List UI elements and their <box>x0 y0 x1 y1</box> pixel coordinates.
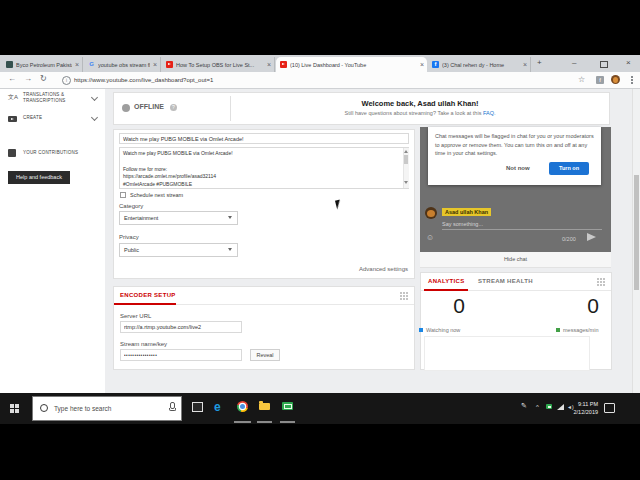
start-button-icon[interactable] <box>10 404 19 413</box>
tab-close-icon[interactable]: × <box>72 61 82 68</box>
advanced-settings-link[interactable]: Advanced settings <box>300 266 408 272</box>
analytics-chart-area <box>424 336 590 371</box>
tab-live-dashboard-active[interactable]: (10) Live Dashboard - YouTube × <box>276 57 427 72</box>
bookmark-star-icon[interactable]: ☆ <box>578 75 585 84</box>
tray-app-icon[interactable] <box>546 404 552 409</box>
encoder-setup-tab[interactable]: ENCODER SETUP <box>120 292 176 298</box>
category-label: Category <box>119 203 143 209</box>
youtube-favicon <box>280 61 287 68</box>
welcome-title: Welcome back, Asad ullah Khan! <box>230 99 610 108</box>
screen: Byco Petroleum Pakistan Limi... × G yout… <box>0 0 640 480</box>
task-view-icon[interactable] <box>192 402 203 412</box>
description-scroll-thumb[interactable] <box>404 155 408 164</box>
turn-on-button[interactable]: Turn on <box>549 162 589 175</box>
stream-description-textarea[interactable]: Watch me play PUBG MOBILE via Omlet Arca… <box>119 147 409 189</box>
tab-obs-search[interactable]: G youtube obs stream fb page × <box>84 57 161 72</box>
hide-chat-bar[interactable]: Hide chat <box>420 252 611 268</box>
server-url-label: Server URL <box>120 313 151 319</box>
schedule-checkbox[interactable] <box>120 192 126 198</box>
scroll-up-icon[interactable] <box>404 150 408 153</box>
drag-handle-icon[interactable] <box>597 278 599 280</box>
tab-close-icon[interactable]: × <box>520 61 530 68</box>
server-url-input[interactable] <box>120 321 242 333</box>
scroll-down-icon[interactable] <box>404 181 408 184</box>
faq-link[interactable]: FAQ. <box>483 110 496 116</box>
youtube-sidebar: 文A TRANSLATIONS & TRANSCRIPTIONS CREATE … <box>0 89 105 393</box>
byco-favicon <box>6 61 13 68</box>
window-maximize-button[interactable] <box>600 61 608 68</box>
window-minimize-button[interactable]: – <box>572 56 576 70</box>
messages-legend-label: messages/min <box>563 327 598 333</box>
encoder-tab-underline <box>114 303 176 305</box>
reveal-button[interactable]: Reveal <box>250 349 280 361</box>
window-close-button[interactable]: × <box>626 56 631 70</box>
clock-time: 9:11 PM <box>560 400 598 408</box>
chat-flag-dialog: Chat messages will be flagged in chat fo… <box>428 127 601 185</box>
tab-facebook[interactable]: f (3) Chal rehen dy - Home × <box>428 57 531 72</box>
tab-close-icon[interactable]: × <box>417 61 427 68</box>
reload-icon[interactable]: ↻ <box>40 74 47 83</box>
tab-title: (10) Live Dashboard - YouTube <box>290 62 417 68</box>
sidebar-item-contributions[interactable]: YOUR CONTRIBUTIONS <box>23 150 78 156</box>
back-icon[interactable]: ← <box>8 74 16 83</box>
taskbar-search-placeholder: Type here to search <box>54 405 111 412</box>
tab-analytics[interactable]: ANALYTICS <box>428 278 464 284</box>
tab-title: (3) Chal rehen dy - Home <box>442 62 520 68</box>
extension-icon[interactable]: f <box>596 76 604 84</box>
status-help-icon[interactable]: ? <box>170 104 177 111</box>
tab-stream-health[interactable]: STREAM HEALTH <box>478 278 533 284</box>
file-explorer-icon[interactable] <box>259 403 270 410</box>
chevron-down-icon[interactable] <box>91 114 98 121</box>
not-now-button[interactable]: Not now <box>506 165 530 171</box>
youtube-favicon <box>166 61 173 68</box>
tab-byco[interactable]: Byco Petroleum Pakistan Limi... × <box>2 57 83 72</box>
forward-icon[interactable]: → <box>24 74 32 83</box>
hide-chat-label: Hide chat <box>420 252 611 267</box>
new-tab-button[interactable]: + <box>537 58 542 67</box>
chat-input-placeholder[interactable]: Say something... <box>442 221 483 227</box>
tray-expand-icon[interactable]: ^ <box>536 404 539 410</box>
messages-value: 0 <box>578 294 608 318</box>
tab-title: Byco Petroleum Pakistan Limi... <box>16 62 72 68</box>
create-camera-icon <box>8 116 17 122</box>
translate-icon: 文A <box>8 93 18 102</box>
chevron-down-icon[interactable] <box>91 94 98 101</box>
help-feedback-button[interactable]: Help and feedback <box>8 171 70 184</box>
chat-dialog-text: Chat messages will be flagged in chat fo… <box>435 133 594 156</box>
clock-date: 2/12/2019 <box>560 408 598 416</box>
welcome-subtitle-text: Still have questions about streaming? Ta… <box>345 110 482 116</box>
privacy-select[interactable]: Public <box>119 243 238 257</box>
browser-profile-avatar[interactable] <box>611 75 620 84</box>
drag-handle-icon[interactable] <box>400 292 402 294</box>
ink-pen-icon[interactable]: ✎ <box>521 402 527 410</box>
emoji-icon[interactable]: ☺ <box>426 233 434 242</box>
google-favicon: G <box>88 61 95 68</box>
select-caret-icon <box>228 216 232 219</box>
page-info-icon[interactable]: i <box>62 76 71 85</box>
send-icon[interactable] <box>587 233 596 241</box>
tab-obs-video[interactable]: How To Setup OBS for Live St... × <box>162 57 275 72</box>
tab-close-icon[interactable]: × <box>264 61 274 68</box>
page-scrollbar-thumb[interactable] <box>634 175 639 290</box>
chrome-icon[interactable] <box>237 401 248 412</box>
watching-legend-swatch <box>419 328 423 332</box>
sidebar-item-translations[interactable]: TRANSLATIONS & TRANSCRIPTIONS <box>23 92 85 104</box>
stream-title-input[interactable] <box>119 133 409 144</box>
taskbar-clock[interactable]: 9:11 PM 2/12/2019 <box>560 400 598 417</box>
chat-username-highlighted: Asad ullah Khan <box>442 208 491 216</box>
tab-title: youtube obs stream fb page <box>98 62 150 68</box>
edge-icon[interactable]: e <box>214 401 221 413</box>
chrome-active-indicator <box>234 421 251 423</box>
cortana-circle-icon <box>40 404 48 412</box>
recorder-app-icon[interactable] <box>282 402 293 410</box>
tab-close-icon[interactable]: × <box>150 61 160 68</box>
select-caret-icon <box>228 248 232 251</box>
chrome-menu-icon[interactable] <box>631 79 633 81</box>
action-center-icon[interactable] <box>604 403 615 413</box>
chat-user-avatar <box>425 207 437 219</box>
url-text[interactable]: https://www.youtube.com/live_dashboard?o… <box>74 77 213 83</box>
privacy-label: Privacy <box>119 234 139 240</box>
stream-key-input[interactable] <box>120 349 242 361</box>
sidebar-item-create[interactable]: CREATE <box>23 115 42 121</box>
category-select[interactable]: Entertainment <box>119 211 238 225</box>
